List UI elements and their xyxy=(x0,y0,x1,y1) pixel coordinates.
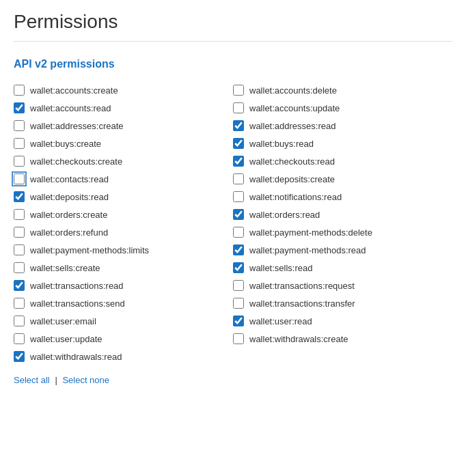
label-wallet-transactions-transfer[interactable]: wallet:transactions:transfer xyxy=(249,298,355,309)
checkbox-wallet-sells-read[interactable] xyxy=(233,262,244,273)
label-wallet-payment-methods-delete[interactable]: wallet:payment-methods:delete xyxy=(249,227,372,238)
checkbox-wallet-deposits-read[interactable] xyxy=(14,191,25,202)
label-wallet-transactions-read[interactable]: wallet:transactions:read xyxy=(30,281,124,291)
label-wallet-notifications-read[interactable]: wallet:notifications:read xyxy=(249,192,342,202)
checkbox-wallet-addresses-read[interactable] xyxy=(233,120,244,131)
checkbox-wallet-accounts-create[interactable] xyxy=(14,85,25,96)
checkbox-wallet-notifications-read[interactable] xyxy=(233,191,244,202)
perm-item-wallet-deposits-create[interactable]: wallet:deposits:create xyxy=(233,171,452,186)
label-wallet-orders-refund[interactable]: wallet:orders:refund xyxy=(30,227,108,238)
checkbox-wallet-orders-read[interactable] xyxy=(233,209,244,220)
label-wallet-withdrawals-read[interactable]: wallet:withdrawals:read xyxy=(30,352,122,362)
select-none-link[interactable]: Select none xyxy=(62,375,109,385)
checkbox-wallet-checkouts-read[interactable] xyxy=(233,156,244,167)
perm-item-wallet-transactions-request[interactable]: wallet:transactions:request xyxy=(233,278,452,293)
checkbox-wallet-transactions-request[interactable] xyxy=(233,280,244,291)
perm-item-wallet-transactions-send[interactable]: wallet:transactions:send xyxy=(14,296,233,311)
label-wallet-accounts-read[interactable]: wallet:accounts:read xyxy=(30,103,111,113)
checkbox-wallet-payment-methods-delete[interactable] xyxy=(233,227,244,238)
checkbox-wallet-accounts-update[interactable] xyxy=(233,102,244,113)
perm-item-wallet-payment-methods-delete[interactable]: wallet:payment-methods:delete xyxy=(233,225,452,240)
perm-item-wallet-addresses-read[interactable]: wallet:addresses:read xyxy=(233,118,452,133)
perm-item-wallet-transactions-transfer[interactable]: wallet:transactions:transfer xyxy=(233,296,452,311)
checkbox-wallet-user-update[interactable] xyxy=(14,333,25,344)
perm-item-wallet-orders-refund[interactable]: wallet:orders:refund xyxy=(14,225,233,240)
checkbox-wallet-payment-methods-read[interactable] xyxy=(233,244,244,255)
perm-item-wallet-notifications-read[interactable]: wallet:notifications:read xyxy=(233,189,452,204)
label-wallet-addresses-read[interactable]: wallet:addresses:read xyxy=(249,121,335,131)
label-wallet-deposits-read[interactable]: wallet:deposits:read xyxy=(30,192,109,202)
label-wallet-orders-read[interactable]: wallet:orders:read xyxy=(249,210,320,220)
label-wallet-orders-create[interactable]: wallet:orders:create xyxy=(30,210,107,220)
perm-item-wallet-user-email[interactable]: wallet:user:email xyxy=(14,313,233,328)
checkbox-wallet-deposits-create[interactable] xyxy=(233,173,244,184)
label-wallet-sells-create[interactable]: wallet:sells:create xyxy=(30,263,100,273)
perm-item-wallet-sells-create[interactable]: wallet:sells:create xyxy=(14,260,233,275)
label-wallet-accounts-create[interactable]: wallet:accounts:create xyxy=(30,85,118,96)
checkbox-wallet-buys-read[interactable] xyxy=(233,138,244,149)
checkbox-wallet-user-email[interactable] xyxy=(14,316,25,326)
checkbox-wallet-addresses-create[interactable] xyxy=(14,120,25,131)
perm-item-wallet-contacts-read[interactable]: wallet:contacts:read xyxy=(14,171,233,186)
perm-item-wallet-withdrawals-read[interactable]: wallet:withdrawals:read xyxy=(14,349,233,364)
checkbox-wallet-orders-create[interactable] xyxy=(14,209,25,220)
label-wallet-accounts-update[interactable]: wallet:accounts:update xyxy=(249,103,340,113)
checkbox-wallet-user-read[interactable] xyxy=(233,316,244,326)
link-divider: | xyxy=(55,375,59,385)
perm-item-wallet-deposits-read[interactable]: wallet:deposits:read xyxy=(14,189,233,204)
perm-item-wallet-orders-create[interactable]: wallet:orders:create xyxy=(14,207,233,222)
label-wallet-sells-read[interactable]: wallet:sells:read xyxy=(249,263,313,273)
label-wallet-transactions-request[interactable]: wallet:transactions:request xyxy=(249,281,355,291)
select-links: Select all | Select none xyxy=(14,375,452,385)
label-wallet-user-update[interactable]: wallet:user:update xyxy=(30,334,102,344)
perm-item-wallet-orders-read[interactable]: wallet:orders:read xyxy=(233,207,452,222)
checkbox-wallet-withdrawals-create[interactable] xyxy=(233,333,244,344)
perm-item-wallet-buys-create[interactable]: wallet:buys:create xyxy=(14,136,233,151)
label-wallet-accounts-delete[interactable]: wallet:accounts:delete xyxy=(249,85,337,96)
perm-item-wallet-user-update[interactable]: wallet:user:update xyxy=(14,331,233,346)
perm-item-wallet-buys-read[interactable]: wallet:buys:read xyxy=(233,136,452,151)
perm-item-wallet-accounts-update[interactable]: wallet:accounts:update xyxy=(233,100,452,115)
perm-item-wallet-accounts-delete[interactable]: wallet:accounts:delete xyxy=(233,83,452,98)
label-wallet-user-email[interactable]: wallet:user:email xyxy=(30,316,96,326)
perm-item-wallet-withdrawals-create[interactable]: wallet:withdrawals:create xyxy=(233,331,452,346)
perm-item-wallet-user-read[interactable]: wallet:user:read xyxy=(233,313,452,328)
perm-item-wallet-addresses-create[interactable]: wallet:addresses:create xyxy=(14,118,233,133)
label-wallet-payment-methods-read[interactable]: wallet:payment-methods:read xyxy=(249,245,366,255)
perm-item-wallet-accounts-create[interactable]: wallet:accounts:create xyxy=(14,83,233,98)
label-wallet-checkouts-create[interactable]: wallet:checkouts:create xyxy=(30,156,122,167)
perm-item-wallet-checkouts-create[interactable]: wallet:checkouts:create xyxy=(14,154,233,169)
perm-item-wallet-payment-methods-read[interactable]: wallet:payment-methods:read xyxy=(233,242,452,257)
checkbox-wallet-buys-create[interactable] xyxy=(14,138,25,149)
page-title: Permissions xyxy=(14,11,452,33)
label-wallet-user-read[interactable]: wallet:user:read xyxy=(249,316,312,326)
perm-item-wallet-sells-read[interactable]: wallet:sells:read xyxy=(233,260,452,275)
label-wallet-buys-create[interactable]: wallet:buys:create xyxy=(30,139,101,149)
section-title: API v2 permissions xyxy=(14,58,452,70)
perm-item-wallet-payment-methods-limits[interactable]: wallet:payment-methods:limits xyxy=(14,242,233,257)
checkbox-wallet-payment-methods-limits[interactable] xyxy=(14,244,25,255)
perm-item-wallet-transactions-read[interactable]: wallet:transactions:read xyxy=(14,278,233,293)
label-wallet-addresses-create[interactable]: wallet:addresses:create xyxy=(30,121,124,131)
checkbox-wallet-accounts-read[interactable] xyxy=(14,102,25,113)
label-wallet-payment-methods-limits[interactable]: wallet:payment-methods:limits xyxy=(30,245,149,255)
label-wallet-contacts-read[interactable]: wallet:contacts:read xyxy=(30,174,109,184)
checkbox-wallet-sells-create[interactable] xyxy=(14,262,25,273)
divider xyxy=(14,41,452,42)
label-wallet-withdrawals-create[interactable]: wallet:withdrawals:create xyxy=(249,334,348,344)
label-wallet-checkouts-read[interactable]: wallet:checkouts:read xyxy=(249,156,335,167)
checkbox-wallet-contacts-read[interactable] xyxy=(14,173,25,184)
checkbox-wallet-orders-refund[interactable] xyxy=(14,227,25,238)
checkbox-wallet-checkouts-create[interactable] xyxy=(14,156,25,167)
perm-item-wallet-accounts-read[interactable]: wallet:accounts:read xyxy=(14,100,233,115)
perm-item-wallet-checkouts-read[interactable]: wallet:checkouts:read xyxy=(233,154,452,169)
label-wallet-transactions-send[interactable]: wallet:transactions:send xyxy=(30,298,125,309)
checkbox-wallet-accounts-delete[interactable] xyxy=(233,85,244,96)
checkbox-wallet-transactions-send[interactable] xyxy=(14,298,25,309)
label-wallet-buys-read[interactable]: wallet:buys:read xyxy=(249,139,314,149)
checkbox-wallet-transactions-transfer[interactable] xyxy=(233,298,244,309)
checkbox-wallet-transactions-read[interactable] xyxy=(14,280,25,291)
checkbox-wallet-withdrawals-read[interactable] xyxy=(14,351,25,362)
label-wallet-deposits-create[interactable]: wallet:deposits:create xyxy=(249,174,335,184)
select-all-link[interactable]: Select all xyxy=(14,375,50,385)
